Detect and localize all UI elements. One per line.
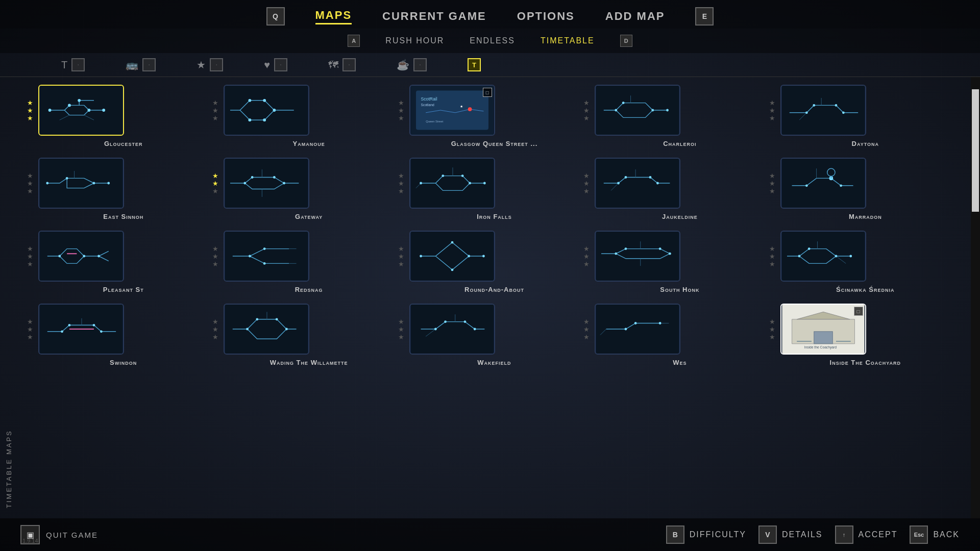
map-card-gateway[interactable]: ★ ★ ★ xyxy=(224,158,394,220)
svg-point-9 xyxy=(273,109,276,112)
charleroi-wrapper: ★ ★ ★ xyxy=(595,85,765,136)
star3: ★ xyxy=(769,188,775,194)
svg-point-35 xyxy=(244,182,247,185)
filter-bus[interactable]: 🚌 · xyxy=(126,58,156,71)
map-card-redsnag[interactable]: ★ ★ ★ xyxy=(224,231,394,293)
map-card-charleroi[interactable]: ★ ★ ★ xyxy=(595,85,765,147)
key-a[interactable]: A xyxy=(348,35,360,47)
gateway-stars: ★ ★ ★ xyxy=(212,172,218,194)
round-and-about-label: Round-And-About xyxy=(464,286,524,293)
map-card-iron-falls[interactable]: ★ ★ ★ xyxy=(409,158,579,220)
wakefield-thumb xyxy=(409,304,495,355)
map-card-swindon[interactable]: ★ ★ ★ xyxy=(38,304,208,366)
star3: ★ xyxy=(212,334,218,340)
map-card-gloucester[interactable]: ★ ★ ★ xyxy=(38,85,208,147)
key-d[interactable]: D xyxy=(620,35,632,47)
scinawka-wrapper: ★ ★ ★ xyxy=(780,231,950,282)
filter-text[interactable]: T · xyxy=(61,58,85,71)
svg-point-98 xyxy=(659,322,662,324)
scrollbar[interactable] xyxy=(971,77,980,518)
star1: ★ xyxy=(583,172,590,179)
nav-current-game[interactable]: Current Game xyxy=(382,10,486,23)
map-card-jaukeldine[interactable]: ★ ★ ★ xyxy=(595,158,765,220)
nav-maps[interactable]: Maps xyxy=(315,9,352,24)
map-icon: 🗺 xyxy=(328,59,338,71)
key-q[interactable]: Q xyxy=(266,7,285,26)
filter-timetable[interactable]: T xyxy=(468,58,481,71)
yamanoue-label: Yamanoue xyxy=(293,140,325,147)
map-card-pleasant-st[interactable]: ★ ★ ★ xyxy=(38,231,208,293)
svg-point-38 xyxy=(283,182,286,185)
svg-point-37 xyxy=(273,176,276,179)
star3: ★ xyxy=(27,261,33,267)
svg-point-1 xyxy=(48,109,52,112)
map-card-inside-coachyard[interactable]: ★ ★ ★ xyxy=(780,304,950,366)
svg-point-67 xyxy=(468,255,470,258)
svg-point-78 xyxy=(835,255,837,258)
accept-button[interactable]: ↑ Accept xyxy=(835,525,898,544)
filter-coffee[interactable]: ☕ · xyxy=(397,58,427,71)
star2: ★ xyxy=(27,326,33,333)
nav-add-map[interactable]: Add Map xyxy=(605,10,665,23)
map-card-round-and-about[interactable]: ★ ★ ★ xyxy=(409,231,579,293)
swindon-thumb xyxy=(38,304,124,355)
star3: ★ xyxy=(27,334,33,340)
back-button[interactable]: Esc Back xyxy=(910,525,960,544)
coffee-icon: ☕ xyxy=(397,59,409,71)
subnav-rush-hour[interactable]: Rush Hour xyxy=(385,36,444,45)
redsnag-wrapper: ★ ★ ★ xyxy=(224,231,394,282)
jaukeldine-wrapper: ★ ★ ★ xyxy=(595,158,765,209)
svg-point-86 xyxy=(247,328,249,331)
map-card-glasgow[interactable]: ★ ★ ★ ScotRail Scotland xyxy=(409,85,579,147)
svg-text:★: ★ xyxy=(460,105,463,108)
map-card-east-sinnoh[interactable]: ★ ★ ★ xyxy=(38,158,208,220)
subnav-timetable[interactable]: Timetable xyxy=(541,36,595,45)
map-card-marradon[interactable]: ★ ★ ★ xyxy=(780,158,950,220)
accept-label: Accept xyxy=(859,530,898,539)
inside-coachyard-thumb: Inside the Coachyard □ xyxy=(780,304,866,355)
gateway-wrapper: ★ ★ ★ xyxy=(224,158,394,209)
nav-options[interactable]: Options xyxy=(517,10,575,23)
map-card-wakefield[interactable]: ★ ★ ★ xyxy=(409,304,579,366)
svg-point-97 xyxy=(634,322,637,324)
inside-coachyard-label: Inside the Coachyard xyxy=(830,359,901,366)
svg-rect-50 xyxy=(782,159,864,208)
svg-point-63 xyxy=(263,262,266,265)
redsnag-label: Redsnag xyxy=(295,286,323,293)
map-grid-container[interactable]: ★ ★ ★ xyxy=(18,77,971,518)
star1: ★ xyxy=(583,245,590,252)
map-card-wes[interactable]: ★ ★ ★ xyxy=(595,304,765,366)
star3: ★ xyxy=(769,334,775,340)
map-card-scinawka[interactable]: ★ ★ ★ xyxy=(780,231,950,293)
subnav-endless[interactable]: Endless xyxy=(470,36,515,45)
svg-point-88 xyxy=(276,318,278,320)
star3: ★ xyxy=(769,261,775,267)
svg-rect-100 xyxy=(814,332,832,344)
svg-point-40 xyxy=(420,182,422,185)
filter-heart[interactable]: ♥ · xyxy=(264,58,287,71)
svg-point-42 xyxy=(461,174,464,177)
filter-map[interactable]: 🗺 · xyxy=(328,58,356,71)
map-card-wading[interactable]: ★ ★ ★ xyxy=(224,304,394,366)
wes-label: Wes xyxy=(673,359,687,366)
svg-point-89 xyxy=(285,328,288,331)
key-e[interactable]: E xyxy=(695,7,714,26)
star1: ★ xyxy=(769,99,775,106)
subnav-endless-label: Endless xyxy=(470,36,515,45)
map-card-yamanoue[interactable]: ★ ★ ★ xyxy=(224,85,394,147)
star1: ★ xyxy=(27,318,33,325)
svg-point-73 xyxy=(659,247,662,250)
star1: ★ xyxy=(212,172,218,179)
filter-bus-key: · xyxy=(142,58,156,71)
daytona-label: Daytona xyxy=(852,140,879,147)
star2: ★ xyxy=(212,180,218,187)
filter-star[interactable]: ★ · xyxy=(197,58,223,71)
map-card-daytona[interactable]: ★ ★ ★ xyxy=(780,85,950,147)
details-button[interactable]: V Details xyxy=(758,525,823,544)
star2: ★ xyxy=(583,326,590,333)
scroll-thumb[interactable] xyxy=(972,89,979,212)
difficulty-button[interactable]: B Difficulty xyxy=(666,525,746,544)
star3: ★ xyxy=(583,115,590,121)
map-card-south-honk[interactable]: ★ ★ ★ xyxy=(595,231,765,293)
east-sinnoh-thumb xyxy=(38,158,124,209)
